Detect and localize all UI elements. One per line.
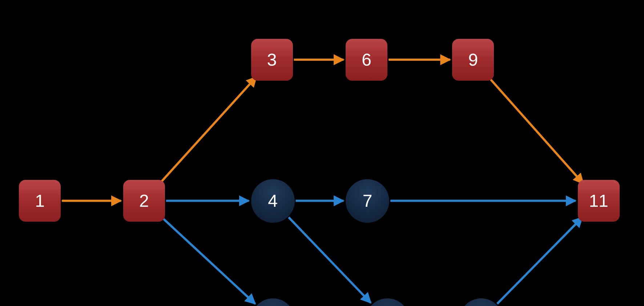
node-11: 11 [578,180,620,222]
node-label: 9 [468,50,478,70]
node-6: 6 [346,39,387,81]
node-8: 8 [366,298,409,306]
node-label: 3 [267,50,277,70]
node-label: 11 [589,191,608,211]
node-2: 2 [123,180,165,222]
diagram-canvas: 1234567891011 [0,0,644,306]
node-label: 4 [268,191,278,211]
node-label: 6 [362,50,371,70]
edge-9-11 [488,76,583,184]
node-4: 4 [251,179,295,223]
node-3: 3 [251,39,293,81]
node-9: 9 [452,39,494,81]
edge-10-11 [497,217,582,304]
node-1: 1 [19,180,61,222]
node-label: 2 [139,191,149,211]
edge-4-8 [289,217,371,303]
edge-2-3 [159,77,257,184]
edge-2-5 [160,216,255,304]
node-10: 10 [459,298,503,306]
node-label: 7 [363,191,373,211]
node-7: 7 [346,179,389,223]
node-label: 1 [35,191,45,211]
edges-layer [0,0,644,306]
node-5: 5 [251,298,295,306]
